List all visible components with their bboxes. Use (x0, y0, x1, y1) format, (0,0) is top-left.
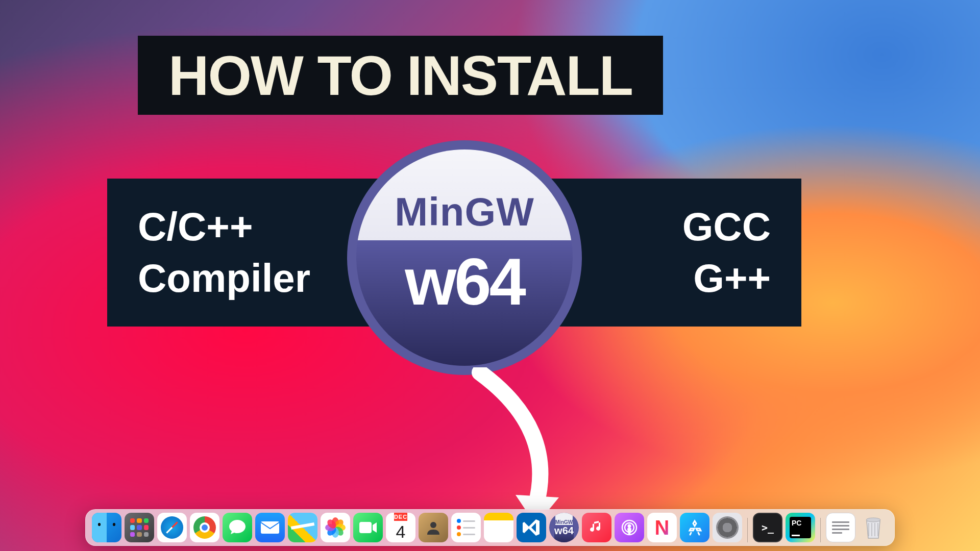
title-banner: HOW TO INSTALL (138, 36, 663, 115)
left-label: C/C++ Compiler (138, 201, 310, 305)
calendar-day: 4 (396, 521, 406, 542)
music-icon[interactable] (582, 513, 611, 542)
launchpad-icon[interactable] (125, 513, 154, 542)
news-icon[interactable]: N (647, 513, 677, 542)
right-label: GCC G++ (682, 201, 771, 305)
desktop-wallpaper: HOW TO INSTALL C/C++ Compiler GCC G++ Mi… (0, 0, 980, 551)
dock: DEC 4 MinGW w64 N (85, 509, 895, 546)
svg-rect-1 (359, 522, 372, 533)
dock-divider (747, 518, 748, 542)
notes-icon[interactable] (484, 513, 513, 542)
messages-icon[interactable] (223, 513, 252, 542)
calendar-icon[interactable]: DEC 4 (386, 513, 415, 542)
mingw-logo: MinGW w64 (347, 140, 582, 375)
title-text: HOW TO INSTALL (168, 44, 632, 107)
textedit-icon[interactable] (826, 513, 855, 542)
svg-point-6 (866, 518, 880, 522)
safari-icon[interactable] (157, 513, 187, 542)
settings-icon[interactable] (713, 513, 742, 542)
terminal-icon[interactable]: >_ (753, 513, 782, 542)
maps-icon[interactable] (288, 513, 317, 542)
contacts-icon[interactable] (419, 513, 448, 542)
trash-icon[interactable] (859, 513, 888, 542)
vscode-icon[interactable] (517, 513, 546, 542)
mail-icon[interactable] (255, 513, 285, 542)
arrow-icon (459, 367, 572, 531)
podcasts-icon[interactable] (615, 513, 644, 542)
svg-rect-0 (261, 521, 279, 534)
reminders-icon[interactable] (451, 513, 481, 542)
finder-icon[interactable] (92, 513, 121, 542)
svg-point-2 (430, 522, 436, 528)
pycharm-icon[interactable]: PC (786, 513, 815, 542)
dock-divider (820, 518, 821, 542)
calendar-month: DEC (394, 513, 407, 521)
chrome-icon[interactable] (190, 513, 219, 542)
appstore-icon[interactable] (680, 513, 709, 542)
mingw-logo-top: MinGW (356, 149, 573, 240)
photos-icon[interactable] (321, 513, 350, 542)
svg-point-5 (628, 524, 631, 528)
mingw-logo-bottom: w64 (356, 240, 573, 366)
facetime-icon[interactable] (353, 513, 383, 542)
mingw-dock-icon[interactable]: MinGW w64 (549, 513, 579, 542)
